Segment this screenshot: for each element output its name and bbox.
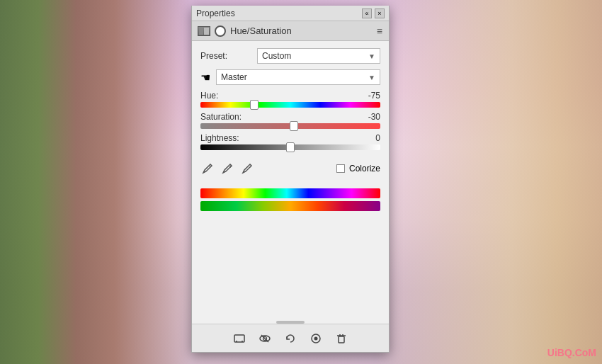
saturation-slider-row: Saturation: -30 bbox=[200, 112, 380, 129]
clip-to-layer-button[interactable] bbox=[231, 330, 248, 347]
lightness-slider-row: Lightness: 0 bbox=[200, 133, 380, 150]
reset-button[interactable] bbox=[282, 330, 299, 347]
svg-rect-13 bbox=[339, 336, 344, 343]
subtract-eyedropper-button[interactable]: - bbox=[240, 161, 254, 176]
spectrum-bar-bottom bbox=[200, 201, 380, 211]
spectrum-bar-top bbox=[200, 188, 380, 198]
eyedropper-button[interactable] bbox=[200, 161, 215, 176]
panel-menu-icon[interactable]: ≡ bbox=[377, 25, 383, 37]
svg-rect-1 bbox=[204, 28, 209, 35]
eyedropper-row: + - bbox=[200, 161, 254, 176]
lightness-slider-header: Lightness: 0 bbox=[200, 133, 380, 143]
hue-slider-row: Hue: -75 bbox=[200, 91, 380, 108]
saturation-thumb[interactable] bbox=[290, 121, 298, 131]
lightness-track bbox=[200, 144, 380, 150]
panel-type-icon bbox=[198, 26, 210, 36]
panel-header: Hue/Saturation ≡ bbox=[192, 21, 389, 41]
svg-rect-5 bbox=[234, 335, 244, 342]
watermark: UiBQ.CoM bbox=[547, 347, 596, 358]
hue-label: Hue: bbox=[200, 91, 218, 101]
bottom-toolbar bbox=[192, 324, 389, 352]
saturation-value: -30 bbox=[359, 112, 380, 122]
hue-slider-header: Hue: -75 bbox=[200, 91, 380, 101]
color-bar-section bbox=[200, 188, 380, 211]
panel-title-tab: Properties bbox=[196, 8, 235, 18]
title-bar-controls: « × bbox=[362, 8, 385, 18]
hue-value: -75 bbox=[359, 91, 380, 101]
lightness-thumb[interactable] bbox=[286, 142, 295, 152]
saturation-slider-header: Saturation: -30 bbox=[200, 112, 380, 122]
preset-dropdown-arrow: ▼ bbox=[368, 52, 375, 60]
properties-panel: Properties « × Hue/Saturation ≡ Preset: … bbox=[191, 6, 390, 353]
svg-text:-: - bbox=[249, 164, 251, 170]
preset-dropdown[interactable]: Custom ▼ bbox=[257, 48, 380, 64]
colorize-row: Colorize bbox=[336, 164, 380, 174]
channel-dropdown[interactable]: Master ▼ bbox=[216, 69, 380, 85]
panel-header-left: Hue/Saturation bbox=[198, 25, 292, 37]
lightness-label: Lightness: bbox=[200, 133, 239, 143]
preset-value: Custom bbox=[262, 51, 291, 61]
preset-row: Preset: Custom ▼ bbox=[200, 48, 380, 64]
panel-icon2 bbox=[215, 25, 226, 37]
colorize-checkbox[interactable] bbox=[336, 164, 345, 173]
panel-header-title: Hue/Saturation bbox=[230, 25, 292, 36]
collapse-button[interactable]: « bbox=[362, 8, 372, 18]
svg-line-2 bbox=[209, 166, 210, 167]
panel-content: Preset: Custom ▼ ☚ Master ▼ Hue: -75 bbox=[192, 41, 389, 319]
title-bar: Properties « × bbox=[192, 6, 389, 21]
view-button[interactable] bbox=[307, 330, 324, 347]
channel-row: ☚ Master ▼ bbox=[200, 69, 380, 85]
close-button[interactable]: × bbox=[375, 8, 385, 18]
hue-track bbox=[200, 102, 380, 108]
delete-button[interactable] bbox=[333, 330, 350, 347]
hand-tool-icon[interactable]: ☚ bbox=[200, 71, 210, 84]
saturation-track bbox=[200, 123, 380, 129]
add-eyedropper-button[interactable]: + bbox=[220, 161, 234, 176]
channel-value: Master bbox=[221, 72, 247, 82]
svg-text:+: + bbox=[229, 164, 232, 170]
svg-point-12 bbox=[314, 336, 318, 340]
saturation-label: Saturation: bbox=[200, 112, 242, 122]
lightness-value: 0 bbox=[359, 133, 380, 143]
svg-rect-0 bbox=[199, 28, 203, 35]
preset-label: Preset: bbox=[200, 51, 257, 61]
channel-dropdown-arrow: ▼ bbox=[368, 74, 375, 81]
colorize-label: Colorize bbox=[349, 164, 380, 174]
hue-thumb[interactable] bbox=[250, 100, 259, 110]
visibility-button[interactable] bbox=[256, 330, 273, 347]
